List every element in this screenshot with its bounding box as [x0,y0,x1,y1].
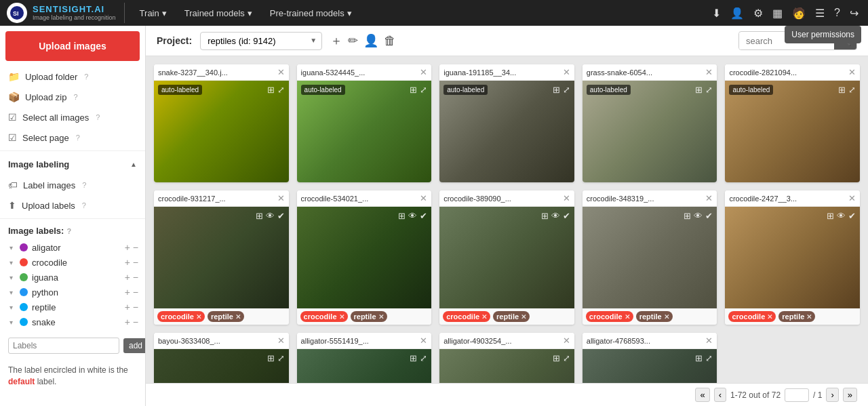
image-card-close-button[interactable]: ✕ [705,193,713,203]
image-thumb[interactable]: ⊞👁✔ [297,207,432,308]
image-label-remove-icon[interactable]: ✕ [767,313,772,321]
image-card-close-button[interactable]: ✕ [420,67,427,77]
aligator-chevron-icon[interactable]: ▾ [9,244,13,251]
upload-folder-help-icon[interactable]: ? [84,73,88,81]
image-label-remove-icon[interactable]: ✕ [481,313,487,321]
add-project-icon[interactable]: ＋ [330,33,342,49]
pagination-prev-button[interactable]: ‹ [714,388,726,402]
image-card-close-button[interactable]: ✕ [277,193,285,203]
eye-icon[interactable]: 👁 [266,211,275,221]
eye-icon[interactable]: 👁 [694,211,703,221]
image-card-close-button[interactable]: ✕ [563,193,570,203]
sidebar-item-select-page[interactable]: ☑ Select page ? [0,127,145,148]
pagination-first-button[interactable]: « [695,388,709,402]
image-label-remove-icon[interactable]: ✕ [664,313,669,321]
expand-icon[interactable]: ⤢ [848,85,856,95]
pagination-page-input[interactable]: 1 [785,388,809,402]
python-remove-icon[interactable]: − [133,287,138,298]
image-thumb[interactable]: auto-labeled⊞⤢ [439,81,574,182]
python-chevron-icon[interactable]: ▾ [9,289,13,296]
select-page-help-icon[interactable]: ? [76,134,80,142]
image-thumb[interactable]: auto-labeled⊞⤢ [154,81,289,182]
image-thumb[interactable]: auto-labeled⊞⤢ [725,81,860,182]
crop-icon[interactable]: ⊞ [553,353,560,363]
eye-icon[interactable]: 👁 [551,211,560,221]
crop-icon[interactable]: ⊞ [553,85,560,95]
image-card-close-button[interactable]: ✕ [848,193,856,203]
image-thumb[interactable]: auto-labeled⊞⤢ [583,81,717,182]
crop-icon[interactable]: ⊞ [410,85,417,95]
iguana-remove-icon[interactable]: − [133,272,138,283]
upload-labels-help-icon[interactable]: ? [82,201,86,209]
crop-icon[interactable]: ⊞ [695,85,703,95]
image-card-close-button[interactable]: ✕ [277,67,285,77]
image-label-remove-icon[interactable]: ✕ [625,313,630,321]
sidebar-item-label-images[interactable]: 🏷 Label images ? [0,175,145,195]
expand-icon[interactable]: ⤢ [705,85,713,95]
expand-icon[interactable]: ⤢ [277,353,285,363]
crop-icon[interactable]: ⊞ [256,211,263,221]
crop-icon[interactable]: ⊞ [695,353,703,363]
snake-add-icon[interactable]: + [125,317,130,327]
sidebar-item-upload-zip[interactable]: 📦 Upload zip ? [0,87,145,107]
help-icon[interactable]: ? [831,4,843,22]
download-icon[interactable]: ⬇ [709,4,724,22]
image-card-close-button[interactable]: ✕ [705,336,713,346]
image-label-remove-icon[interactable]: ✕ [806,313,812,321]
sidebar-item-select-all[interactable]: ☑ Select all images ? [0,107,145,127]
eye-icon[interactable]: 👁 [408,211,417,221]
trained-models-menu[interactable]: Trained models ▾ [179,5,258,21]
expand-icon[interactable]: ⤢ [563,85,570,95]
image-card-close-button[interactable]: ✕ [420,193,427,203]
add-label-input[interactable] [8,338,119,354]
upload-images-button[interactable]: Upload images [5,31,140,61]
iguana-add-icon[interactable]: + [125,272,130,283]
image-thumb[interactable]: ⊞👁✔ [439,207,574,308]
list-icon[interactable]: ☰ [812,4,827,22]
expand-icon[interactable]: ⤢ [563,353,570,363]
crop-icon[interactable]: ⊞ [827,211,834,221]
reptile-remove-icon[interactable]: − [133,302,138,312]
select-all-help-icon[interactable]: ? [96,113,100,121]
crop-icon[interactable]: ⊞ [410,353,417,363]
crop-icon[interactable]: ⊞ [838,85,846,95]
pretrained-models-menu[interactable]: Pre-trained models ▾ [264,5,357,21]
aligator-add-icon[interactable]: + [125,242,130,253]
expand-icon[interactable]: ⤢ [420,85,427,95]
image-thumb[interactable]: ⊞👁✔ [583,207,717,308]
image-card-close-button[interactable]: ✕ [563,336,570,346]
settings-icon[interactable]: ⚙ [751,4,766,22]
upload-zip-help-icon[interactable]: ? [73,93,77,101]
pagination-next-button[interactable]: › [826,388,838,402]
image-label-remove-icon[interactable]: ✕ [196,313,201,321]
check-icon[interactable]: ✔ [563,211,570,221]
image-thumb[interactable]: ⊞⤢ [297,349,432,383]
grid-view-icon[interactable]: ▦ [770,4,785,22]
check-icon[interactable]: ✔ [705,211,713,221]
image-thumb[interactable]: ⊞👁✔ [154,207,289,308]
image-label-remove-icon[interactable]: ✕ [378,313,384,321]
crop-icon[interactable]: ⊞ [684,211,691,221]
expand-icon[interactable]: ⤢ [705,353,713,363]
image-label-remove-icon[interactable]: ✕ [521,313,526,321]
python-add-icon[interactable]: + [125,287,130,298]
image-card-close-button[interactable]: ✕ [277,336,285,346]
snake-chevron-icon[interactable]: ▾ [9,319,13,326]
train-menu[interactable]: Train ▾ [134,5,172,21]
image-labeling-section[interactable]: Image labeling ▲ [0,154,145,175]
image-thumb[interactable]: ⊞⤢ [154,349,289,383]
user-permissions-icon[interactable]: 👤 [728,4,747,22]
logout-icon[interactable]: ↪ [847,4,861,22]
add-user-project-icon[interactable]: 👤 [363,33,378,48]
crocodile-add-icon[interactable]: + [125,257,130,268]
image-thumb[interactable]: ⊞👁✔ [725,207,860,308]
crop-icon[interactable]: ⊞ [267,85,275,95]
image-thumb[interactable]: ⊞⤢ [439,349,574,383]
crop-icon[interactable]: ⊞ [267,353,275,363]
crocodile-chevron-icon[interactable]: ▾ [9,259,13,266]
delete-project-icon[interactable]: 🗑 [384,34,396,48]
image-card-close-button[interactable]: ✕ [705,67,713,77]
reptile-chevron-icon[interactable]: ▾ [9,304,13,311]
sidebar-item-upload-folder[interactable]: 📁 Upload folder ? [0,66,145,87]
image-card-close-button[interactable]: ✕ [563,67,570,77]
